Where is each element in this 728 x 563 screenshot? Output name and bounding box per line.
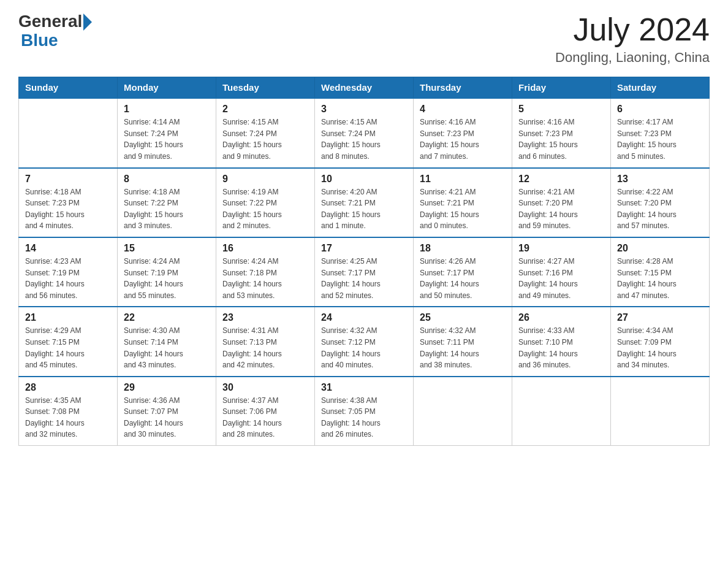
day-number: 29 [124, 382, 210, 393]
calendar-cell [19, 98, 118, 167]
day-info: Sunrise: 4:23 AMSunset: 7:19 PMDaylight:… [25, 256, 111, 301]
day-number: 27 [617, 312, 703, 323]
calendar-cell: 19Sunrise: 4:27 AMSunset: 7:16 PMDayligh… [512, 237, 611, 307]
day-number: 1 [124, 104, 210, 115]
day-number: 25 [420, 312, 506, 323]
col-header-saturday: Saturday [611, 77, 710, 99]
day-number: 15 [124, 243, 210, 254]
day-info: Sunrise: 4:17 AMSunset: 7:23 PMDaylight:… [617, 117, 703, 162]
day-number: 28 [25, 382, 111, 393]
calendar-cell: 16Sunrise: 4:24 AMSunset: 7:18 PMDayligh… [216, 237, 315, 307]
day-info: Sunrise: 4:21 AMSunset: 7:20 PMDaylight:… [518, 186, 604, 232]
calendar-cell: 3Sunrise: 4:15 AMSunset: 7:24 PMDaylight… [315, 98, 414, 167]
calendar-cell: 14Sunrise: 4:23 AMSunset: 7:19 PMDayligh… [19, 237, 118, 307]
header-row: SundayMondayTuesdayWednesdayThursdayFrid… [19, 77, 710, 99]
title-block: July 2024 Dongling, Liaoning, China [555, 12, 710, 66]
day-info: Sunrise: 4:24 AMSunset: 7:19 PMDaylight:… [124, 256, 210, 301]
calendar-cell: 6Sunrise: 4:17 AMSunset: 7:23 PMDaylight… [611, 98, 710, 167]
day-number: 11 [420, 174, 506, 185]
day-number: 5 [518, 104, 604, 115]
day-number: 8 [124, 174, 210, 185]
calendar-table: SundayMondayTuesdayWednesdayThursdayFrid… [18, 77, 710, 446]
day-number: 26 [518, 312, 604, 323]
day-info: Sunrise: 4:25 AMSunset: 7:17 PMDaylight:… [321, 256, 407, 301]
day-info: Sunrise: 4:16 AMSunset: 7:23 PMDaylight:… [420, 117, 506, 162]
day-info: Sunrise: 4:14 AMSunset: 7:24 PMDaylight:… [124, 117, 210, 162]
logo: General Blue [18, 12, 92, 50]
calendar-cell: 10Sunrise: 4:20 AMSunset: 7:21 PMDayligh… [315, 168, 414, 237]
day-info: Sunrise: 4:31 AMSunset: 7:13 PMDaylight:… [222, 325, 308, 370]
day-number: 22 [124, 312, 210, 323]
calendar-cell: 12Sunrise: 4:21 AMSunset: 7:20 PMDayligh… [512, 168, 611, 237]
calendar-cell: 18Sunrise: 4:26 AMSunset: 7:17 PMDayligh… [414, 237, 512, 307]
logo-blue-text: Blue [21, 31, 58, 50]
day-info: Sunrise: 4:16 AMSunset: 7:23 PMDaylight:… [518, 117, 604, 162]
day-number: 13 [617, 174, 703, 185]
day-number: 6 [617, 104, 703, 115]
calendar-cell: 30Sunrise: 4:37 AMSunset: 7:06 PMDayligh… [216, 377, 315, 446]
day-info: Sunrise: 4:38 AMSunset: 7:05 PMDaylight:… [321, 395, 407, 440]
month-year-heading: July 2024 [555, 12, 710, 47]
calendar-cell: 8Sunrise: 4:18 AMSunset: 7:22 PMDaylight… [118, 168, 216, 237]
calendar-cell: 24Sunrise: 4:32 AMSunset: 7:12 PMDayligh… [315, 307, 414, 376]
calendar-cell: 13Sunrise: 4:22 AMSunset: 7:20 PMDayligh… [611, 168, 710, 237]
calendar-cell: 27Sunrise: 4:34 AMSunset: 7:09 PMDayligh… [611, 307, 710, 376]
day-info: Sunrise: 4:33 AMSunset: 7:10 PMDaylight:… [518, 325, 604, 370]
day-info: Sunrise: 4:27 AMSunset: 7:16 PMDaylight:… [518, 256, 604, 301]
day-info: Sunrise: 4:19 AMSunset: 7:22 PMDaylight:… [222, 186, 308, 232]
calendar-cell: 11Sunrise: 4:21 AMSunset: 7:21 PMDayligh… [414, 168, 512, 237]
calendar-cell: 4Sunrise: 4:16 AMSunset: 7:23 PMDaylight… [414, 98, 512, 167]
calendar-cell: 15Sunrise: 4:24 AMSunset: 7:19 PMDayligh… [118, 237, 216, 307]
day-number: 12 [518, 174, 604, 185]
calendar-cell [512, 377, 611, 446]
col-header-tuesday: Tuesday [216, 77, 315, 99]
day-info: Sunrise: 4:26 AMSunset: 7:17 PMDaylight:… [420, 256, 506, 301]
day-info: Sunrise: 4:37 AMSunset: 7:06 PMDaylight:… [222, 395, 308, 440]
calendar-cell: 5Sunrise: 4:16 AMSunset: 7:23 PMDaylight… [512, 98, 611, 167]
logo-triangle-icon [83, 13, 92, 31]
calendar-cell: 29Sunrise: 4:36 AMSunset: 7:07 PMDayligh… [118, 377, 216, 446]
day-info: Sunrise: 4:24 AMSunset: 7:18 PMDaylight:… [222, 256, 308, 301]
week-row-4: 21Sunrise: 4:29 AMSunset: 7:15 PMDayligh… [19, 307, 710, 376]
calendar-cell: 26Sunrise: 4:33 AMSunset: 7:10 PMDayligh… [512, 307, 611, 376]
col-header-monday: Monday [118, 77, 216, 99]
day-number: 17 [321, 243, 407, 254]
calendar-cell: 2Sunrise: 4:15 AMSunset: 7:24 PMDaylight… [216, 98, 315, 167]
col-header-friday: Friday [512, 77, 611, 99]
day-info: Sunrise: 4:22 AMSunset: 7:20 PMDaylight:… [617, 186, 703, 232]
calendar-cell: 25Sunrise: 4:32 AMSunset: 7:11 PMDayligh… [414, 307, 512, 376]
calendar-cell [414, 377, 512, 446]
week-row-2: 7Sunrise: 4:18 AMSunset: 7:23 PMDaylight… [19, 168, 710, 237]
day-number: 7 [25, 174, 111, 185]
day-info: Sunrise: 4:15 AMSunset: 7:24 PMDaylight:… [222, 117, 308, 162]
week-row-5: 28Sunrise: 4:35 AMSunset: 7:08 PMDayligh… [19, 377, 710, 446]
day-info: Sunrise: 4:36 AMSunset: 7:07 PMDaylight:… [124, 395, 210, 440]
col-header-thursday: Thursday [414, 77, 512, 99]
day-info: Sunrise: 4:20 AMSunset: 7:21 PMDaylight:… [321, 186, 407, 232]
col-header-sunday: Sunday [19, 77, 118, 99]
day-info: Sunrise: 4:29 AMSunset: 7:15 PMDaylight:… [25, 325, 111, 370]
day-info: Sunrise: 4:18 AMSunset: 7:23 PMDaylight:… [25, 186, 111, 232]
day-number: 10 [321, 174, 407, 185]
calendar-cell: 1Sunrise: 4:14 AMSunset: 7:24 PMDaylight… [118, 98, 216, 167]
day-number: 21 [25, 312, 111, 323]
calendar-cell: 28Sunrise: 4:35 AMSunset: 7:08 PMDayligh… [19, 377, 118, 446]
calendar-cell: 17Sunrise: 4:25 AMSunset: 7:17 PMDayligh… [315, 237, 414, 307]
day-number: 23 [222, 312, 308, 323]
day-info: Sunrise: 4:30 AMSunset: 7:14 PMDaylight:… [124, 325, 210, 370]
location-text: Dongling, Liaoning, China [555, 50, 710, 66]
day-number: 18 [420, 243, 506, 254]
day-number: 14 [25, 243, 111, 254]
week-row-1: 1Sunrise: 4:14 AMSunset: 7:24 PMDaylight… [19, 98, 710, 167]
calendar-cell: 20Sunrise: 4:28 AMSunset: 7:15 PMDayligh… [611, 237, 710, 307]
day-info: Sunrise: 4:21 AMSunset: 7:21 PMDaylight:… [420, 186, 506, 232]
day-number: 20 [617, 243, 703, 254]
page-header: General Blue July 2024 Dongling, Liaonin… [18, 12, 710, 66]
day-info: Sunrise: 4:32 AMSunset: 7:12 PMDaylight:… [321, 325, 407, 370]
day-info: Sunrise: 4:35 AMSunset: 7:08 PMDaylight:… [25, 395, 111, 440]
day-number: 9 [222, 174, 308, 185]
day-info: Sunrise: 4:28 AMSunset: 7:15 PMDaylight:… [617, 256, 703, 301]
day-info: Sunrise: 4:18 AMSunset: 7:22 PMDaylight:… [124, 186, 210, 232]
day-number: 16 [222, 243, 308, 254]
day-number: 30 [222, 382, 308, 393]
